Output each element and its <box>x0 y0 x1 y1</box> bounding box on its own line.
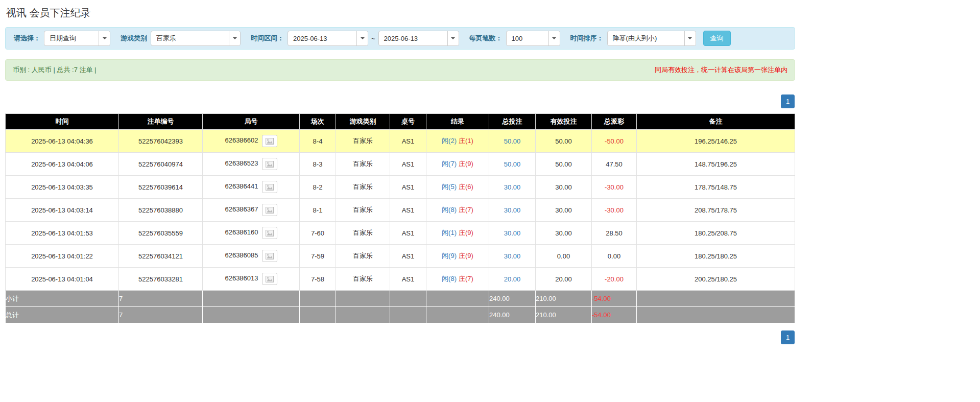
column-header-total-bet: 总投注 <box>489 114 536 130</box>
video-icon <box>266 184 274 191</box>
table-row: 2025-06-13 04:01:22 522576034121 6263860… <box>6 245 795 268</box>
valid-bet-cell: 30.00 <box>536 222 592 245</box>
payout-cell: -30.00 <box>592 176 637 199</box>
bet-id-cell: 522576039614 <box>119 176 203 199</box>
header-row: 时间 注单编号 局号 场次 游戏类别 桌号 结果 总投注 有效投注 总派彩 备注 <box>6 114 795 130</box>
page-title: 视讯 会员下注纪录 <box>6 6 795 20</box>
session-cell: 8-1 <box>300 199 336 222</box>
pagination-top: 1 <box>5 94 795 108</box>
result-banker: 庄(9) <box>459 252 473 259</box>
bet-id-cell: 522576033281 <box>119 268 203 291</box>
subtotal-payout: -54.00 <box>592 291 637 307</box>
grand-total-count: 7 <box>119 307 203 323</box>
content-container: 视讯 会员下注纪录 请选择： 日期查询 游戏类别 百家乐 时间区间： 2025-… <box>5 0 795 344</box>
video-replay-button[interactable] <box>262 135 277 147</box>
game-type-cell: 百家乐 <box>336 199 390 222</box>
time-cell: 2025-06-13 04:04:06 <box>6 153 119 176</box>
video-replay-button[interactable] <box>262 250 277 262</box>
result-banker: 庄(6) <box>459 183 473 191</box>
caret-glyph <box>451 37 455 39</box>
page-1-button[interactable]: 1 <box>781 330 795 344</box>
currency-summary-text: 币别 : 人民币 | 总共 :7 注单 | <box>13 65 97 75</box>
empty-cell <box>637 307 795 323</box>
total-bet-cell[interactable]: 30.00 <box>489 245 536 268</box>
video-replay-button[interactable] <box>262 158 277 170</box>
query-type-select[interactable]: 日期查询 <box>44 31 110 46</box>
sort-label: 时间排序： <box>570 34 604 43</box>
total-bet-cell[interactable]: 50.00 <box>489 153 536 176</box>
payout-cell: 47.50 <box>592 153 637 176</box>
result-player: 闲(1) <box>442 229 457 237</box>
video-replay-button[interactable] <box>262 204 277 216</box>
date-range-separator: ~ <box>371 35 375 42</box>
payout-cell: -50.00 <box>592 130 637 153</box>
round-id-text: 626386085 <box>225 251 258 259</box>
chevron-down-icon[interactable] <box>99 31 110 45</box>
round-id-text: 626386441 <box>225 182 258 190</box>
column-header-table-no: 桌号 <box>390 114 426 130</box>
result-banker: 庄(7) <box>459 206 473 214</box>
video-replay-button[interactable] <box>262 181 277 193</box>
date-range-label: 时间区间： <box>251 34 284 43</box>
column-header-time: 时间 <box>6 114 119 130</box>
empty-cell <box>637 291 795 307</box>
session-cell: 7-58 <box>300 268 336 291</box>
bet-records-table: 时间 注单编号 局号 场次 游戏类别 桌号 结果 总投注 有效投注 总派彩 备注… <box>5 113 795 323</box>
caret-glyph <box>688 37 692 39</box>
total-bet-cell[interactable]: 20.00 <box>489 268 536 291</box>
valid-bet-cell: 0.00 <box>536 245 592 268</box>
page-size-value: 100 <box>507 31 548 45</box>
page-size-select[interactable]: 100 <box>506 31 560 46</box>
chevron-down-icon[interactable] <box>356 31 368 45</box>
table-row: 2025-06-13 04:01:53 522576035559 6263861… <box>6 222 795 245</box>
column-header-round: 局号 <box>203 114 300 130</box>
game-type-cell: 百家乐 <box>336 245 390 268</box>
result-player: 闲(8) <box>442 275 457 282</box>
subtotal-valid-bet: 210.00 <box>536 291 592 307</box>
chevron-down-icon[interactable] <box>229 31 240 45</box>
video-replay-button[interactable] <box>262 273 277 285</box>
table-row: 2025-06-13 04:04:36 522576042393 6263866… <box>6 130 795 153</box>
sort-value: 降幂(由大到小) <box>608 31 684 45</box>
payout-cell: -20.00 <box>592 268 637 291</box>
round-id-text: 626386160 <box>225 228 258 236</box>
total-bet-cell[interactable]: 30.00 <box>489 176 536 199</box>
date-to-select[interactable]: 2025-06-13 <box>378 31 459 46</box>
column-header-bet-id: 注单编号 <box>119 114 203 130</box>
chevron-down-icon[interactable] <box>548 31 560 45</box>
total-bet-cell[interactable]: 30.00 <box>489 199 536 222</box>
sort-select[interactable]: 降幂(由大到小) <box>607 31 696 46</box>
time-cell: 2025-06-13 04:04:36 <box>6 130 119 153</box>
query-type-label: 请选择： <box>14 34 40 43</box>
caret-glyph <box>103 37 107 39</box>
result-cell: 闲(7)庄(9) <box>426 153 489 176</box>
table-no-cell: AS1 <box>390 222 426 245</box>
search-button[interactable]: 查询 <box>703 31 731 46</box>
time-cell: 2025-06-13 04:03:35 <box>6 176 119 199</box>
result-player: 闲(2) <box>442 137 457 145</box>
game-type-select[interactable]: 百家乐 <box>151 31 241 46</box>
chevron-down-icon[interactable] <box>447 31 459 45</box>
subtotal-row: 小计 7 240.00 210.00 -54.00 <box>6 291 795 307</box>
total-bet-cell[interactable]: 50.00 <box>489 130 536 153</box>
result-banker: 庄(1) <box>459 137 473 145</box>
chevron-down-icon[interactable] <box>684 31 696 45</box>
filter-bar: 请选择： 日期查询 游戏类别 百家乐 时间区间： 2025-06-13 ~ 20… <box>5 27 795 50</box>
valid-bet-cell: 30.00 <box>536 176 592 199</box>
video-icon <box>266 230 274 237</box>
game-type-label: 游戏类别 <box>121 34 147 43</box>
table-row: 2025-06-13 04:03:14 522576038880 6263863… <box>6 199 795 222</box>
total-bet-cell[interactable]: 30.00 <box>489 222 536 245</box>
video-icon <box>266 138 274 145</box>
date-to-value: 2025-06-13 <box>379 31 447 45</box>
video-replay-button[interactable] <box>262 227 277 239</box>
bet-id-cell: 522576040974 <box>119 153 203 176</box>
result-banker: 庄(7) <box>459 275 473 282</box>
notice-text: 同局有效投注，统一计算在该局第一张注单内 <box>655 65 787 75</box>
page-1-button[interactable]: 1 <box>781 94 795 108</box>
table-no-cell: AS1 <box>390 176 426 199</box>
column-header-valid-bet: 有效投注 <box>536 114 592 130</box>
grand-total-total-bet: 240.00 <box>489 307 536 323</box>
date-from-select[interactable]: 2025-06-13 <box>288 31 368 46</box>
query-type-value: 日期查询 <box>44 31 99 45</box>
